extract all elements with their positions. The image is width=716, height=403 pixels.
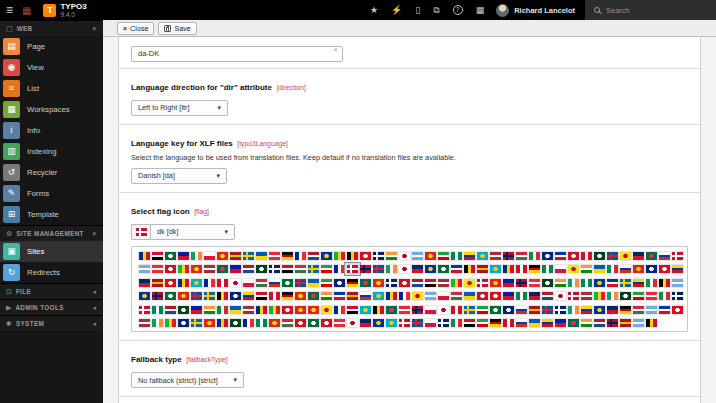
flag-option[interactable] — [594, 279, 605, 287]
flag-option[interactable] — [269, 279, 280, 287]
flag-option[interactable] — [373, 265, 384, 273]
flag-option[interactable] — [386, 279, 397, 287]
flag-option[interactable] — [659, 292, 670, 300]
flag-option[interactable] — [399, 319, 410, 327]
flag-option[interactable] — [152, 279, 163, 287]
bookmark-star-icon[interactable]: ★ — [370, 5, 378, 15]
flag-option[interactable] — [360, 319, 371, 327]
flag-option[interactable] — [555, 319, 566, 327]
close-button[interactable]: × Close — [117, 22, 154, 35]
direction-select[interactable]: Left to Right [ltr] ▾ — [131, 100, 228, 116]
flag-option[interactable] — [334, 279, 345, 287]
flag-option[interactable] — [425, 279, 436, 287]
flag-option[interactable] — [269, 319, 280, 327]
flag-option[interactable] — [607, 306, 618, 314]
sidebar-section-admin-tools[interactable]: ▶ADMIN TOOLS◂ — [0, 299, 103, 315]
flag-option[interactable] — [581, 279, 592, 287]
flag-option[interactable] — [529, 279, 540, 287]
flag-option[interactable] — [269, 265, 280, 273]
flag-option[interactable] — [308, 292, 319, 300]
flag-option[interactable] — [633, 306, 644, 314]
flag-option[interactable] — [139, 265, 150, 273]
flag-option[interactable] — [412, 292, 423, 300]
flag-option[interactable] — [204, 306, 215, 314]
flag-option[interactable] — [165, 265, 176, 273]
flag-option[interactable] — [490, 252, 501, 260]
flag-option[interactable] — [399, 265, 410, 273]
sidebar-section-web[interactable]: ▢WEB▾ — [0, 20, 103, 36]
flag-option[interactable] — [464, 252, 475, 260]
flag-option[interactable] — [516, 292, 527, 300]
flag-option[interactable] — [152, 292, 163, 300]
flag-option[interactable] — [373, 292, 384, 300]
flag-option[interactable] — [568, 252, 579, 260]
flag-option[interactable] — [334, 252, 345, 260]
flag-option[interactable] — [295, 279, 306, 287]
flag-option[interactable] — [672, 252, 683, 260]
flag-option[interactable] — [464, 265, 475, 273]
flag-option[interactable] — [347, 279, 358, 287]
flag-option[interactable] — [139, 252, 150, 260]
document-icon[interactable]: ▯ — [415, 5, 420, 15]
modules-grid-icon[interactable]: ▦ — [476, 5, 485, 15]
flag-option[interactable] — [347, 319, 358, 327]
flag-option[interactable] — [230, 279, 241, 287]
flag-option[interactable] — [269, 252, 280, 260]
flag-option[interactable] — [607, 265, 618, 273]
flag-option[interactable] — [490, 265, 501, 273]
flag-option[interactable] — [373, 319, 384, 327]
flag-option[interactable] — [438, 306, 449, 314]
flag-option[interactable] — [555, 252, 566, 260]
flag-option[interactable] — [243, 306, 254, 314]
flag-option[interactable] — [659, 306, 670, 314]
flag-option[interactable] — [230, 252, 241, 260]
sidebar-item-view[interactable]: ◉View — [0, 57, 103, 78]
flag-option[interactable] — [659, 279, 670, 287]
locale-input[interactable] — [131, 46, 343, 62]
flag-option[interactable] — [451, 279, 462, 287]
module-menu-icon[interactable]: ▦ — [22, 5, 31, 16]
flag-option[interactable] — [386, 252, 397, 260]
flag-option[interactable] — [438, 252, 449, 260]
fallback-select[interactable]: No fallback (strict) [strict] ▾ — [131, 372, 244, 388]
flag-option[interactable] — [347, 252, 358, 260]
flag-option[interactable] — [191, 292, 202, 300]
sidebar-section-system[interactable]: ✱SYSTEM◂ — [0, 315, 103, 331]
flag-option[interactable] — [230, 292, 241, 300]
flag-option[interactable] — [347, 265, 358, 273]
username[interactable]: Richard Lancelot — [514, 6, 575, 15]
flag-option[interactable] — [334, 319, 345, 327]
flag-option[interactable] — [633, 265, 644, 273]
flag-option[interactable] — [204, 292, 215, 300]
flag-option[interactable] — [542, 265, 553, 273]
flag-option[interactable] — [139, 279, 150, 287]
flag-option[interactable] — [204, 265, 215, 273]
flag-option[interactable] — [217, 292, 228, 300]
opened-documents-icon[interactable]: ⧉ — [433, 5, 439, 16]
sidebar-item-info[interactable]: iInfo — [0, 120, 103, 141]
flag-option[interactable] — [152, 265, 163, 273]
flag-option[interactable] — [269, 292, 280, 300]
flag-option[interactable] — [659, 265, 670, 273]
flag-option[interactable] — [503, 292, 514, 300]
flag-option[interactable] — [243, 252, 254, 260]
flag-option[interactable] — [295, 292, 306, 300]
flag-option[interactable] — [386, 265, 397, 273]
flag-option[interactable] — [217, 306, 228, 314]
flag-option[interactable] — [607, 319, 618, 327]
sidebar-item-redirects[interactable]: ↻Redirects — [0, 262, 103, 283]
flag-option[interactable] — [425, 306, 436, 314]
flag-option[interactable] — [503, 319, 514, 327]
flag-option[interactable] — [360, 265, 371, 273]
sidebar-item-list[interactable]: ≡List — [0, 78, 103, 99]
flag-option[interactable] — [594, 319, 605, 327]
flag-option[interactable] — [321, 279, 332, 287]
flag-option[interactable] — [204, 319, 215, 327]
flag-option[interactable] — [464, 279, 475, 287]
flag-option[interactable] — [204, 279, 215, 287]
clear-cache-bolt-icon[interactable]: ⚡ — [391, 5, 402, 15]
flag-option[interactable] — [243, 279, 254, 287]
flag-option[interactable] — [139, 306, 150, 314]
flag-option[interactable] — [464, 292, 475, 300]
flag-option[interactable] — [594, 306, 605, 314]
